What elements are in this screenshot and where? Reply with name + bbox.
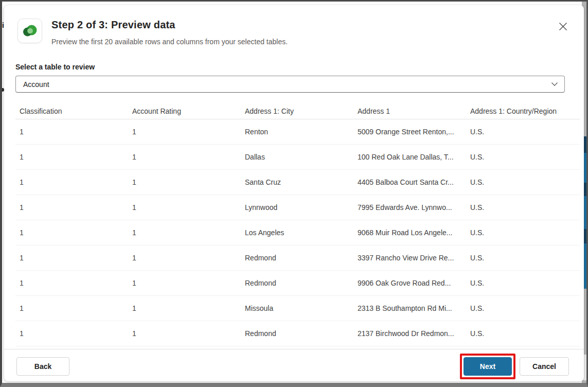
table-cell: 1 <box>15 304 128 312</box>
table-cell: U.S. <box>466 254 579 262</box>
table-row: 1 1 Dallas 100 Red Oak Lane Dallas, T...… <box>15 145 580 170</box>
close-icon <box>559 22 567 31</box>
table-cell: Santa Cruz <box>241 178 353 186</box>
table-cell: 1 <box>15 228 128 237</box>
table-cell: U.S. <box>466 128 579 136</box>
dialog-footer: Back Next Cancel <box>16 354 569 379</box>
annotation-highlight: Next <box>460 354 515 379</box>
table-cell: 1 <box>15 279 128 287</box>
table-cell: 4405 Balboa Court Santa Cr... <box>353 178 466 186</box>
column-header-address1-city: Address 1: City <box>241 107 353 115</box>
table-cell: 3397 Rancho View Drive Re... <box>353 254 466 262</box>
table-cell: 1 <box>15 329 128 338</box>
table-row: 1 1 Renton 5009 Orange Street Renton,...… <box>15 119 580 145</box>
table-row: 1 1 Lynnwood 7995 Edwards Ave. Lynnwo...… <box>15 195 580 220</box>
table-cell: 1 <box>128 203 241 212</box>
table-cell: 5009 Orange Street Renton,... <box>353 128 466 136</box>
table-cell: 1 <box>128 178 241 186</box>
table-cell: U.S. <box>466 153 579 161</box>
column-header-address1-country-region: Address 1: Country/Region <box>466 107 579 115</box>
table-row: 1 1 Redmond 9906 Oak Grove Road Red... U… <box>15 271 580 296</box>
table-cell: Dallas <box>241 153 353 161</box>
table-cell: Redmond <box>241 279 353 287</box>
table-cell: 7995 Edwards Ave. Lynnwo... <box>353 203 466 212</box>
next-button[interactable]: Next <box>464 357 512 376</box>
table-cell: 1 <box>15 203 128 212</box>
cancel-button[interactable]: Cancel <box>520 357 569 376</box>
table-cell: U.S. <box>466 329 579 338</box>
table-cell: Redmond <box>241 329 353 338</box>
preview-data-dialog: Step 2 of 3: Preview data Preview the fi… <box>4 5 584 381</box>
table-row: 1 1 Los Angeles 9068 Muir Road Los Angel… <box>15 220 580 245</box>
column-header-address1: Address 1 <box>353 107 466 115</box>
table-cell: 100 Red Oak Lane Dallas, T... <box>353 153 466 161</box>
table-cell: 1 <box>128 254 241 262</box>
table-cell: 1 <box>128 279 241 287</box>
table-select-dropdown[interactable]: Account <box>15 76 565 93</box>
table-cell: Renton <box>241 128 353 136</box>
table-select-value: Account <box>23 80 551 89</box>
table-cell: 1 <box>128 128 241 136</box>
table-cell: U.S. <box>466 228 579 237</box>
table-row: 1 1 Redmond 3397 Rancho View Drive Re...… <box>15 245 580 271</box>
table-cell: U.S. <box>466 304 579 312</box>
table-select-label: Select a table to review <box>15 63 95 71</box>
preview-table: Classification Account Rating Address 1:… <box>15 103 580 346</box>
column-header-account-rating: Account Rating <box>128 107 241 115</box>
back-button[interactable]: Back <box>16 357 69 376</box>
column-header-classification: Classification <box>15 107 128 115</box>
dialog-title: Step 2 of 3: Preview data <box>51 19 175 31</box>
footer-divider <box>4 349 584 349</box>
table-cell: Missoula <box>241 304 353 312</box>
table-cell: 1 <box>15 128 128 136</box>
table-cell: 1 <box>128 228 241 237</box>
table-row: 1 1 Redmond 2137 Birchwood Dr Redmon... … <box>15 321 580 346</box>
table-cell: 1 <box>15 178 128 186</box>
table-cell: Lynnwood <box>241 203 353 212</box>
table-cell: 9906 Oak Grove Road Red... <box>353 279 466 287</box>
table-cell: 1 <box>15 254 128 262</box>
dataverse-logo-icon <box>22 23 38 39</box>
table-cell: 1 <box>15 153 128 161</box>
table-cell: 9068 Muir Road Los Angele... <box>353 228 466 237</box>
chevron-down-icon <box>551 82 558 86</box>
table-cell: U.S. <box>466 279 579 287</box>
table-cell: U.S. <box>466 178 579 186</box>
table-cell: Redmond <box>241 254 353 262</box>
table-row: 1 1 Santa Cruz 4405 Balboa Court Santa C… <box>15 170 580 195</box>
table-cell: 2313 B Southampton Rd Mi... <box>353 304 466 312</box>
table-cell: 2137 Birchwood Dr Redmon... <box>353 329 466 338</box>
table-cell: 1 <box>128 329 241 338</box>
dialog-subtitle: Preview the first 20 available rows and … <box>51 38 288 46</box>
table-row: 1 1 Missoula 2313 B Southampton Rd Mi...… <box>15 296 580 321</box>
app-icon-container <box>17 19 42 43</box>
table-cell: U.S. <box>466 203 579 212</box>
table-cell: 1 <box>128 153 241 161</box>
close-button[interactable] <box>556 20 569 33</box>
table-cell: 1 <box>128 304 241 312</box>
table-cell: Los Angeles <box>241 228 353 237</box>
table-header-row: Classification Account Rating Address 1:… <box>15 103 580 119</box>
